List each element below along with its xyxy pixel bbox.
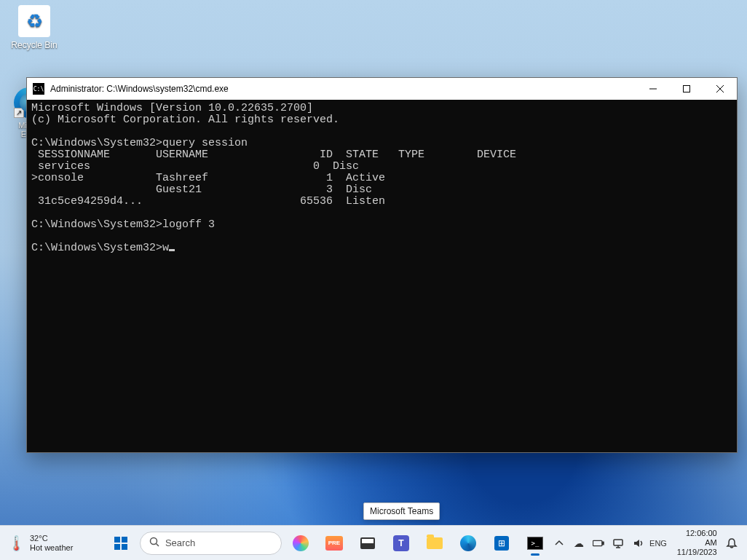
edge-button[interactable] — [454, 529, 483, 558]
prompt: C:\Windows\System32> — [31, 218, 162, 231]
network-icon[interactable] — [609, 529, 628, 558]
system-tray: ☁ ENG 12:06:00 AM 11/19/2023 — [550, 529, 747, 558]
teams-icon: T — [393, 535, 409, 551]
tray-chevron-up-icon[interactable] — [550, 529, 568, 558]
preview-button[interactable]: PRE — [320, 529, 349, 558]
search-icon — [149, 537, 159, 549]
prompt: C:\Windows\System32> — [31, 242, 162, 254]
search-box[interactable]: Search — [140, 532, 282, 555]
svg-rect-1 — [684, 86, 690, 92]
svg-line-5 — [156, 544, 159, 547]
session-row: >console Tashreef 1 Active — [31, 172, 385, 184]
recycle-bin-label: Recycle Bin — [7, 40, 61, 50]
version-line: Microsoft Windows [Version 10.0.22635.27… — [31, 102, 313, 114]
task-view-button[interactable] — [353, 529, 382, 558]
search-placeholder: Search — [165, 537, 195, 548]
recycle-bin-desktop-icon[interactable]: ♻ Recycle Bin — [7, 5, 61, 50]
close-button[interactable] — [703, 78, 737, 100]
typed-input: w — [162, 242, 169, 254]
weather-icon: 🌡️ — [7, 535, 25, 552]
weather-temp: 32°C — [30, 534, 73, 543]
session-row: services 0 Disc — [31, 160, 359, 173]
session-row: Guest21 3 Disc — [31, 184, 372, 196]
weather-desc: Hot weather — [30, 543, 73, 553]
taskbar: 🌡️ 32°C Hot weather Search PRE T ⊞ >_ — [0, 525, 747, 560]
volume-icon[interactable] — [629, 529, 647, 558]
store-button[interactable]: ⊞ — [487, 529, 516, 558]
minimize-button[interactable] — [636, 78, 670, 100]
command-query: query session — [162, 137, 248, 149]
title-bar[interactable]: C:\ Administrator: C:\Windows\system32\c… — [27, 78, 737, 100]
file-explorer-button[interactable] — [420, 529, 449, 558]
store-icon: ⊞ — [494, 536, 509, 551]
date: 11/19/2023 — [673, 548, 717, 557]
command-logoff: logoff 3 — [162, 218, 215, 231]
svg-point-4 — [150, 538, 157, 545]
windows-logo-icon — [114, 537, 127, 550]
prompt: C:\Windows\System32> — [31, 137, 162, 149]
terminal-body[interactable]: Microsoft Windows [Version 10.0.22635.27… — [27, 100, 737, 452]
svg-marker-11 — [634, 540, 639, 547]
copilot-icon — [293, 535, 309, 551]
session-row: 31c5ce94259d4... 65536 Listen — [31, 195, 385, 208]
language-icon[interactable]: ENG — [649, 529, 667, 558]
recycle-bin-icon: ♻ — [18, 5, 50, 37]
clock[interactable]: 12:06:00 AM 11/19/2023 — [669, 529, 722, 557]
copyright-line: (c) Microsoft Corporation. All rights re… — [31, 114, 339, 126]
svg-rect-7 — [602, 542, 604, 545]
cursor — [169, 249, 175, 251]
window-title: Administrator: C:\Windows\system32\cmd.e… — [50, 84, 229, 94]
teams-tooltip: Microsoft Teams — [363, 502, 440, 520]
cmd-taskbar-button[interactable]: >_ — [521, 529, 550, 558]
shortcut-arrow-icon: ↗ — [14, 108, 24, 118]
cmd-icon: >_ — [527, 537, 543, 550]
battery-icon[interactable] — [590, 529, 608, 558]
session-header: SESSIONNAME USERNAME ID STATE TYPE DEVIC… — [31, 149, 516, 161]
svg-rect-6 — [593, 540, 602, 545]
pre-icon: PRE — [325, 536, 343, 551]
start-button[interactable] — [106, 529, 135, 558]
teams-button[interactable]: T — [387, 529, 416, 558]
desktop[interactable]: ♻ Recycle Bin ↗ Micr... Ed... C:\ Admini… — [0, 0, 747, 560]
folder-icon — [427, 537, 443, 549]
cmd-title-icon: C:\ — [33, 83, 44, 95]
svg-rect-8 — [614, 540, 622, 545]
edge-icon — [460, 535, 476, 551]
onedrive-icon[interactable]: ☁ — [569, 529, 588, 558]
notifications-icon[interactable] — [723, 529, 741, 558]
weather-widget[interactable]: 🌡️ 32°C Hot weather — [0, 534, 106, 553]
taskbar-center: Search PRE T ⊞ >_ — [106, 529, 550, 558]
maximize-button[interactable] — [670, 78, 703, 100]
cmd-window: C:\ Administrator: C:\Windows\system32\c… — [26, 77, 738, 453]
task-view-icon — [360, 537, 375, 549]
time: 12:06:00 AM — [673, 529, 717, 548]
copilot-button[interactable] — [286, 529, 315, 558]
